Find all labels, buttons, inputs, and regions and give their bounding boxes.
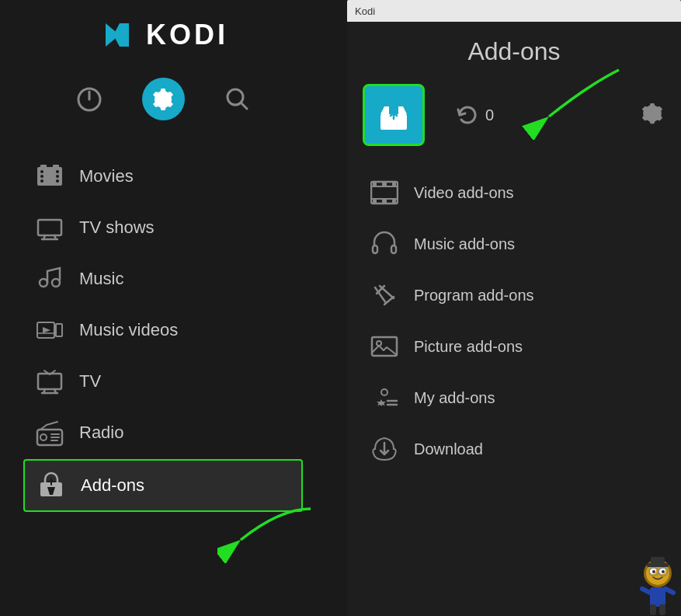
music-addons-label: Music add-ons xyxy=(414,235,515,253)
right-panel: Kodi Add-ons 0 xyxy=(347,0,681,616)
sidebar-item-tv[interactable]: TV xyxy=(23,357,303,406)
refresh-section: 0 xyxy=(456,103,494,127)
video-addons-label: Video add-ons xyxy=(414,184,514,202)
svg-point-7 xyxy=(40,170,43,173)
svg-point-12 xyxy=(56,179,59,183)
tvshows-icon xyxy=(36,214,64,242)
svg-point-64 xyxy=(662,570,665,573)
svg-rect-14 xyxy=(53,165,59,169)
film-icon xyxy=(370,179,398,207)
addons-list: Video add-ons Music add-ons Program add-… xyxy=(347,162,681,616)
mascot-icon xyxy=(619,554,681,616)
svg-marker-1 xyxy=(113,23,129,47)
addon-item-download[interactable]: Download xyxy=(363,426,665,472)
svg-point-9 xyxy=(40,179,43,183)
refresh-icon xyxy=(456,103,479,127)
addons-label: Add-ons xyxy=(81,475,144,496)
svg-line-52 xyxy=(384,297,394,305)
music-icon xyxy=(36,265,64,293)
musicvideos-icon xyxy=(36,316,64,344)
settings-gear-icon xyxy=(151,87,175,112)
menu-items: Movies TV shows Music xyxy=(23,151,303,512)
settings-circle xyxy=(142,78,185,120)
svg-rect-71 xyxy=(650,604,656,615)
picture-icon xyxy=(370,332,398,360)
addon-item-program[interactable]: Program add-ons xyxy=(363,272,665,318)
addons-icon xyxy=(37,472,65,499)
musicvideos-label: Music videos xyxy=(79,320,178,340)
movies-label: Movies xyxy=(79,166,134,186)
sidebar-item-musicvideos[interactable]: Music videos xyxy=(23,305,303,355)
character-mascot xyxy=(619,554,681,616)
my-addons-label: My add-ons xyxy=(414,389,495,407)
svg-point-11 xyxy=(56,175,59,178)
kodi-title: KODI xyxy=(146,19,228,51)
svg-point-27 xyxy=(40,434,47,440)
kodi-header: KODI xyxy=(23,16,303,54)
svg-rect-45 xyxy=(382,183,387,186)
svg-rect-41 xyxy=(373,183,377,186)
addon-item-my[interactable]: My add-ons xyxy=(363,374,665,421)
search-button[interactable] xyxy=(224,85,252,113)
svg-rect-48 xyxy=(391,245,396,253)
power-icon xyxy=(75,85,103,113)
sidebar-item-tvshows[interactable]: TV shows xyxy=(23,203,303,252)
left-panel: KODI xyxy=(0,0,326,616)
addon-item-picture[interactable]: Picture add-ons xyxy=(363,323,665,370)
svg-rect-47 xyxy=(373,245,377,253)
svg-point-63 xyxy=(652,570,655,573)
kodi-logo-icon xyxy=(98,16,137,54)
my-addons-icon xyxy=(370,384,398,412)
refresh-count: 0 xyxy=(485,106,494,124)
svg-rect-68 xyxy=(650,587,665,607)
sidebar-item-music[interactable]: Music xyxy=(23,254,303,304)
open-box-icon xyxy=(374,96,413,134)
svg-line-32 xyxy=(47,422,57,425)
svg-rect-20 xyxy=(56,324,62,336)
svg-rect-15 xyxy=(38,220,61,235)
search-icon xyxy=(224,85,252,113)
download-icon xyxy=(370,435,398,463)
sidebar-item-movies[interactable]: Movies xyxy=(23,151,303,201)
addon-item-video[interactable]: Video add-ons xyxy=(363,169,665,216)
sidebar-item-radio[interactable]: Radio xyxy=(23,408,303,458)
svg-rect-13 xyxy=(40,165,47,169)
picture-addons-label: Picture add-ons xyxy=(414,338,523,356)
svg-line-69 xyxy=(642,589,650,593)
settings-button[interactable] xyxy=(142,78,185,120)
nav-icons xyxy=(23,78,303,120)
movies-icon xyxy=(36,162,64,190)
svg-rect-43 xyxy=(373,200,377,203)
svg-rect-60 xyxy=(651,557,665,565)
headphones-icon xyxy=(370,230,398,258)
sidebar-item-addons[interactable]: Add-ons xyxy=(23,459,303,512)
svg-point-8 xyxy=(40,175,43,178)
addon-item-music[interactable]: Music add-ons xyxy=(363,221,665,267)
svg-rect-44 xyxy=(392,200,396,203)
radio-icon xyxy=(36,419,64,447)
addon-settings-icon[interactable] xyxy=(639,102,665,128)
program-icon xyxy=(370,281,398,309)
svg-line-5 xyxy=(241,103,247,109)
music-label: Music xyxy=(79,269,123,289)
addons-toolbar: 0 xyxy=(347,78,681,162)
power-button[interactable] xyxy=(75,85,103,113)
svg-rect-42 xyxy=(392,183,396,186)
tvshows-label: TV shows xyxy=(79,218,155,238)
tv-label: TV xyxy=(79,371,101,392)
svg-rect-22 xyxy=(38,374,61,389)
program-addons-label: Program add-ons xyxy=(414,287,534,305)
svg-line-70 xyxy=(665,589,673,593)
window-titlebar: Kodi xyxy=(347,0,681,22)
window-title: Kodi xyxy=(355,5,375,17)
svg-point-10 xyxy=(56,170,59,173)
download-label: Download xyxy=(414,440,483,458)
install-from-zip-button[interactable] xyxy=(363,84,425,146)
svg-rect-46 xyxy=(382,200,387,203)
tv-icon xyxy=(36,367,64,395)
addons-heading: Add-ons xyxy=(347,22,681,78)
radio-label: Radio xyxy=(79,423,123,443)
svg-rect-72 xyxy=(659,604,665,615)
